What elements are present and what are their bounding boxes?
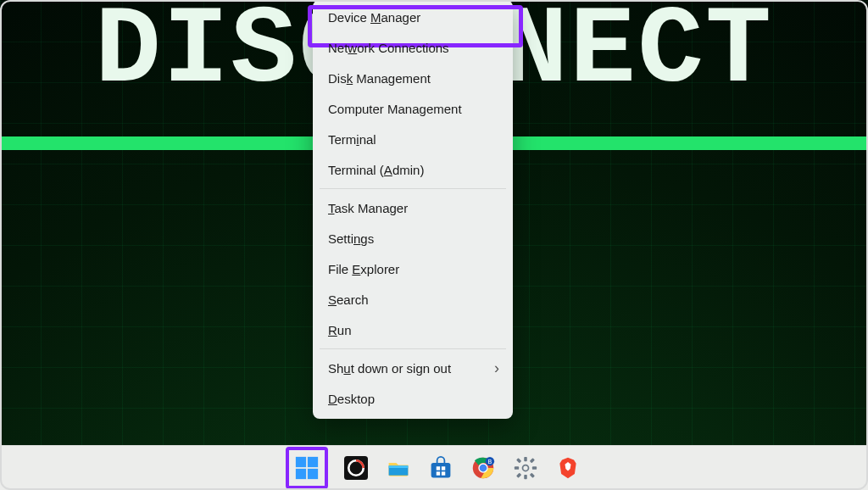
svg-rect-1 xyxy=(308,457,318,467)
ctx-item-network-connections[interactable]: Network Connections xyxy=(313,32,513,63)
ctx-item-settings[interactable]: Settings xyxy=(313,223,513,253)
store-icon xyxy=(429,456,453,480)
ctx-item-label: Desktop xyxy=(328,392,375,406)
brave-icon xyxy=(556,456,580,480)
menu-separator xyxy=(320,188,506,189)
gear-icon xyxy=(514,456,537,480)
start-button-highlight xyxy=(286,447,328,489)
svg-rect-25 xyxy=(530,458,535,463)
ctx-item-desktop[interactable]: Desktop xyxy=(313,383,513,414)
ctx-item-label: Terminal (Admin) xyxy=(328,163,424,177)
taskbar-microsoft-store[interactable] xyxy=(426,454,455,482)
svg-rect-3 xyxy=(308,469,318,479)
ctx-item-label: Computer Management xyxy=(328,102,462,116)
ctx-item-label: Shut down or sign out xyxy=(328,361,451,376)
svg-rect-2 xyxy=(296,469,306,479)
ctx-item-task-manager[interactable]: Task Manager xyxy=(313,192,513,223)
folder-icon xyxy=(387,456,410,480)
taskbar-chrome[interactable]: B xyxy=(469,454,498,482)
svg-rect-9 xyxy=(437,466,440,470)
svg-rect-24 xyxy=(530,473,535,478)
menu-separator xyxy=(320,348,506,349)
svg-rect-20 xyxy=(524,475,527,479)
ctx-item-label: Network Connections xyxy=(328,41,449,55)
ctx-item-terminal[interactable]: Terminal xyxy=(313,124,513,154)
taskbar: B xyxy=(0,445,868,490)
svg-rect-21 xyxy=(515,466,519,470)
ctx-item-disk-management[interactable]: Disk Management xyxy=(313,63,513,93)
chrome-icon: B xyxy=(471,456,495,480)
ctx-item-label: Device Manager xyxy=(328,10,420,25)
svg-rect-11 xyxy=(437,471,440,475)
taskbar-settings[interactable] xyxy=(511,454,540,482)
taskbar-powertoys[interactable] xyxy=(342,454,370,482)
ctx-item-device-manager[interactable]: Device Manager xyxy=(313,2,513,32)
svg-rect-8 xyxy=(431,463,451,478)
ctx-item-label: Search xyxy=(328,292,369,307)
svg-rect-0 xyxy=(296,457,306,467)
svg-rect-22 xyxy=(532,466,537,470)
svg-rect-26 xyxy=(516,473,521,478)
windows-logo-icon xyxy=(295,456,319,480)
taskbar-file-explorer[interactable] xyxy=(384,454,413,482)
ctx-item-computer-management[interactable]: Computer Management xyxy=(313,93,513,124)
svg-text:B: B xyxy=(488,459,492,465)
svg-rect-10 xyxy=(442,466,445,470)
ctx-item-file-explorer[interactable]: File Explorer xyxy=(313,253,513,284)
winx-context-menu: Device ManagerNetwork ConnectionsDisk Ma… xyxy=(313,0,513,419)
svg-rect-19 xyxy=(524,457,527,461)
svg-rect-23 xyxy=(516,458,521,463)
ctx-item-label: Terminal xyxy=(328,132,376,147)
powertoys-icon xyxy=(344,456,368,480)
ctx-item-search[interactable]: Search xyxy=(313,284,513,315)
ctx-item-label: Settings xyxy=(328,231,374,246)
ctx-item-run[interactable]: Run xyxy=(313,315,513,345)
ctx-item-label: File Explorer xyxy=(328,262,399,276)
svg-point-27 xyxy=(523,465,527,470)
ctx-item-terminal-admin[interactable]: Terminal (Admin) xyxy=(313,154,513,185)
ctx-item-label: Task Manager xyxy=(328,201,408,215)
svg-rect-12 xyxy=(442,471,445,475)
svg-rect-7 xyxy=(389,465,409,468)
ctx-item-label: Disk Management xyxy=(328,71,431,86)
taskbar-brave[interactable] xyxy=(554,454,582,482)
ctx-item-label: Run xyxy=(328,323,352,337)
svg-point-15 xyxy=(480,465,487,472)
ctx-item-shut-down-or-sign-out[interactable]: Shut down or sign out xyxy=(313,353,513,383)
start-button[interactable] xyxy=(292,454,321,482)
